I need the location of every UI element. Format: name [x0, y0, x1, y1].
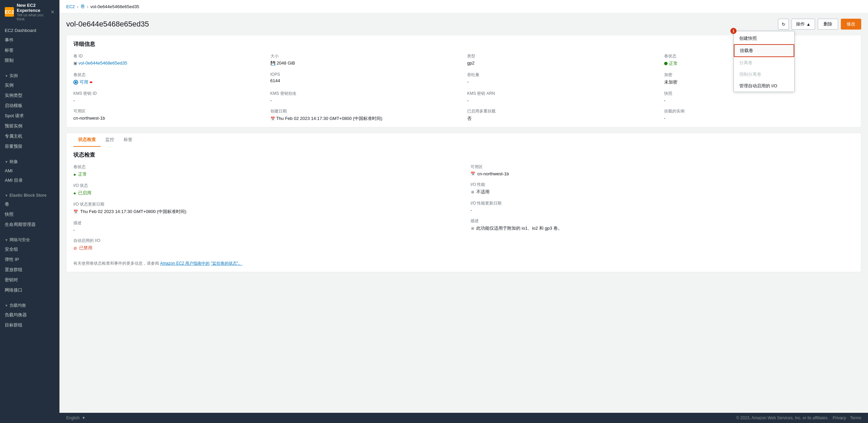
field-volume-id-value: ▣ vol-0e644e5468e65ed35	[73, 60, 264, 66]
dropdown-item-attach-volume[interactable]: 挂载卷	[734, 44, 794, 57]
field-iops: IOPS 6144	[270, 72, 461, 85]
dropdown-item-force-detach: 强制分离卷	[734, 69, 794, 80]
language-selector[interactable]: English ▼	[66, 416, 86, 420]
modify-button[interactable]: 修改	[841, 19, 861, 30]
field-snapshot-value: -	[664, 98, 854, 103]
sidebar-item-limits[interactable]: 限制	[0, 55, 59, 66]
refresh-button[interactable]: ↻	[778, 19, 789, 30]
field-type-label: 类型	[467, 53, 657, 59]
sidebar-collapse-icon-lb: ▼	[5, 304, 8, 307]
tab-monitoring[interactable]: 监控	[101, 133, 119, 147]
field-created-label: 创建日期	[270, 108, 461, 114]
actions-dropdown: 1 创建快照 挂载卷 分离卷 强制分离卷 管理自动启用的 I/O	[733, 31, 795, 92]
enabled-icon: ●	[73, 191, 76, 196]
field-throughput: 吞吐量 -	[467, 72, 657, 85]
sc-io-update-date: I/O 状态更新日期 📅 Thu Feb 02 2023 14:17:30 GM…	[73, 201, 457, 215]
volume-id-link[interactable]: vol-0e644e5468e65ed35	[78, 60, 127, 66]
sidebar-item-lb[interactable]: 负载均衡器	[0, 310, 59, 320]
calendar-icon-3: 📅	[471, 172, 475, 176]
title-actions: ↻ 操作 ▲ 1 创建快照 挂载卷 分离卷	[778, 19, 861, 30]
sidebar-section-images[interactable]: ▼ 映像	[0, 156, 59, 166]
field-vol-state-label: 卷状态	[73, 72, 264, 78]
sidebar-section-network[interactable]: ▼ 网络与安全	[0, 234, 59, 244]
sc-auto-io-value: ⊘ 已禁用	[73, 245, 457, 251]
dropdown-badge: 1	[730, 28, 737, 34]
sidebar-item-events[interactable]: 事件	[0, 35, 59, 45]
dropdown-item-manage-io[interactable]: 管理自动启用的 I/O	[734, 80, 794, 92]
footer-terms-link[interactable]: Terms	[850, 416, 861, 420]
language-label: English	[66, 416, 79, 420]
breadcrumb: EC2 › 卷 › vol-0e644e5468e65ed35	[59, 0, 868, 13]
disk-icon: 💾	[270, 61, 276, 66]
sidebar-item-launch-templates[interactable]: 启动模板	[0, 101, 59, 111]
sidebar-item-dashboard[interactable]: EC2 Dashboard	[0, 26, 59, 35]
sidebar-item-instance-types[interactable]: 实例类型	[0, 90, 59, 101]
sidebar-item-instances[interactable]: 实例	[0, 80, 59, 90]
sc-vol-status-value: ● 正常	[73, 171, 457, 177]
delete-button[interactable]: 删除	[818, 19, 838, 30]
sc-auto-io: 自动启用的 I/O ⊘ 已禁用	[73, 238, 457, 251]
breadcrumb-volumes[interactable]: 卷	[81, 3, 85, 10]
sidebar-item-target-groups[interactable]: 目标群组	[0, 320, 59, 330]
sidebar-item-spot[interactable]: Spot 请求	[0, 111, 59, 121]
sidebar-section-ebs[interactable]: ▼ Elastic Block Store	[0, 190, 59, 199]
sidebar-collapse-icon-ebs: ▼	[5, 194, 8, 197]
sidebar-item-reserved[interactable]: 预留实例	[0, 121, 59, 131]
field-volume-id-label: 卷 ID	[73, 53, 264, 59]
sidebar-item-volumes[interactable]: 卷	[0, 199, 59, 209]
sidebar-item-placement-groups[interactable]: 置放群组	[0, 265, 59, 275]
sidebar-item-security-groups[interactable]: 安全组	[0, 244, 59, 254]
field-snapshot: 快照 -	[664, 91, 854, 103]
sidebar-item-dedicated[interactable]: 专属主机	[0, 131, 59, 141]
field-iops-label: IOPS	[270, 72, 461, 77]
tab-status-check[interactable]: 状态检查	[73, 133, 101, 147]
sidebar-item-tags[interactable]: 标签	[0, 45, 59, 55]
breadcrumb-sep-2: ›	[87, 4, 88, 9]
topbar-subtitle[interactable]: Tell us what you think	[17, 13, 47, 21]
field-attached-instances-label: 挂载的实例	[664, 108, 854, 114]
topbar-close-icon[interactable]: ✕	[51, 9, 55, 15]
sc-description-right: 描述 🖥 此功能仅适用于附加的 io1、io2 和 gp3 卷。	[471, 218, 854, 231]
sc-description-left-value: -	[73, 227, 457, 232]
sidebar-section-instances[interactable]: ▼ 实例	[0, 70, 59, 80]
field-type: 类型 gp2	[467, 53, 657, 67]
footer-link2[interactable]: "监控卷的状态"。	[211, 261, 243, 266]
tab-tags[interactable]: 标签	[119, 133, 137, 147]
available-circle-icon	[73, 80, 78, 85]
sidebar-section-loadbalancer[interactable]: ▼ 负载均衡	[0, 299, 59, 310]
calendar-icon: 📅	[270, 117, 275, 121]
sidebar-item-elastic-ip[interactable]: 弹性 IP	[0, 254, 59, 265]
field-type-value: gp2	[467, 60, 657, 66]
field-iops-value: 6144	[270, 78, 461, 83]
sidebar-item-ami-catalog[interactable]: AMI 目录	[0, 175, 59, 186]
field-kms-alias: KMS 密钥别名 -	[270, 91, 461, 103]
dropdown-item-create-snapshot[interactable]: 创建快照	[734, 33, 794, 44]
sidebar-item-network-interfaces[interactable]: 网络接口	[0, 285, 59, 295]
status-check-card: 状态检查 卷状态 ● 正常 I/O 状态	[66, 146, 861, 272]
sc-io-perf: I/O 性能 🖥 不适用	[471, 182, 854, 195]
sidebar-item-lifecycle[interactable]: 生命周期管理器	[0, 219, 59, 230]
sidebar-item-capacity[interactable]: 容量预留	[0, 141, 59, 152]
footer-link[interactable]: Amazon EC2 用户指南中的	[160, 261, 210, 266]
page-title-bar: vol-0e644e5468e65ed35 ↻ 操作 ▲ 1 创建快照	[66, 19, 861, 30]
sc-az-value: 📅 cn-northwest-1b	[471, 171, 854, 176]
footer-privacy-link[interactable]: Privacy	[833, 416, 846, 420]
footer-info: 有关使用卷状态检查和事件的更多信息，请参阅 Amazon EC2 用户指南中的 …	[73, 261, 854, 266]
breadcrumb-ec2[interactable]: EC2	[66, 4, 75, 9]
field-created: 创建日期 📅 Thu Feb 02 2023 14:17:30 GMT+0800…	[270, 108, 461, 122]
field-vol-state: 卷状态 可用	[73, 72, 264, 85]
field-kms-alias-value: -	[270, 98, 461, 103]
sidebar-item-ami[interactable]: AMI	[0, 166, 59, 175]
field-size-label: 大小	[270, 53, 461, 59]
sidebar-collapse-icon: ▼	[5, 74, 8, 78]
disabled-icon: ⊘	[73, 246, 77, 251]
sc-io-status: I/O 状态 ● 已启用	[73, 183, 457, 196]
field-size-value: 💾 2048 GiB	[270, 60, 461, 66]
field-kms-id: KMS 密钥 ID -	[73, 91, 264, 103]
sidebar-item-snapshots[interactable]: 快照	[0, 209, 59, 219]
field-az-label: 可用区	[73, 108, 264, 114]
sidebar-item-keypairs[interactable]: 密钥对	[0, 275, 59, 285]
footer-right: © 2023, Amazon Web Services, Inc. or its…	[736, 416, 861, 420]
actions-button[interactable]: 操作 ▲	[792, 19, 815, 30]
topbar-title: New EC2 Experience	[17, 3, 47, 13]
